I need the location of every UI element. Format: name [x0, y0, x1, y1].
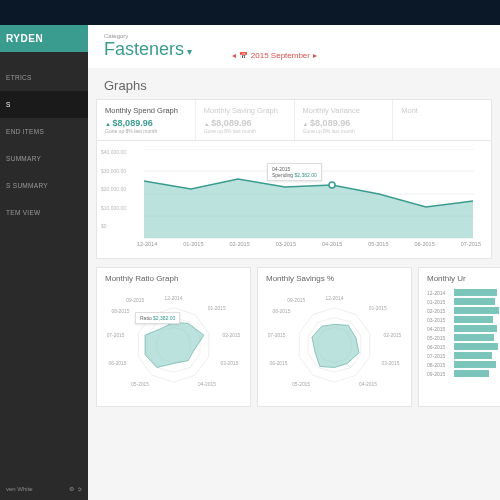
- bar: [454, 370, 489, 377]
- svg-text:09-2015: 09-2015: [287, 298, 305, 303]
- main-chart: $40,000.00 $30,000.00 $20,000.00 $10,000…: [96, 141, 492, 259]
- tab-title: Monthly Saving Graph: [204, 106, 286, 115]
- x-tick: 04-2015: [322, 241, 342, 247]
- tab-more[interactable]: Mont: [393, 100, 491, 140]
- bar-label: 07-2015: [427, 353, 451, 359]
- bar: [454, 334, 494, 341]
- bar-row: 02-2015: [427, 307, 499, 314]
- svg-text:02-2015: 02-2015: [383, 333, 401, 338]
- chart-tooltip: 04-2015 Spending $2,382.00: [267, 163, 322, 181]
- nav-item-summary[interactable]: SUMMARY: [0, 145, 88, 172]
- svg-text:03-2015: 03-2015: [220, 361, 238, 366]
- date-value: 2015 September: [251, 51, 310, 60]
- sidebar: RYDEN ETRICS S END ITEMS SUMMARY S SUMMA…: [0, 25, 88, 500]
- tooltip-value: $2,382.00: [295, 172, 317, 178]
- bar-label: 01-2015: [427, 299, 451, 305]
- nav-item-graphs[interactable]: S: [0, 91, 88, 118]
- bar-row: 05-2015: [427, 334, 499, 341]
- y-tick: $40,000.00: [101, 149, 126, 155]
- tab-saving[interactable]: Monthly Saving Graph $8,089.96 Gone up 8…: [196, 100, 295, 140]
- bar-label: 04-2015: [427, 326, 451, 332]
- bar-label: 05-2015: [427, 335, 451, 341]
- sidebar-footer: ven White ⚙ ➲: [0, 477, 88, 500]
- date-picker[interactable]: 2015 September: [232, 51, 317, 60]
- nav: ETRICS S END ITEMS SUMMARY S SUMMARY TEM…: [0, 52, 88, 477]
- svg-text:01-2015: 01-2015: [369, 306, 387, 311]
- y-tick: $20,000.00: [101, 186, 126, 192]
- tooltip-value: $2,382.00: [153, 315, 175, 321]
- user-name: ven White: [6, 486, 33, 492]
- svg-text:08-2015: 08-2015: [112, 309, 130, 314]
- small-charts: Monthly Ratio Graph 12-2014 01-2015 02-2…: [96, 267, 492, 407]
- tab-title: Monthly Variance: [303, 106, 385, 115]
- x-tick: 03-2015: [276, 241, 296, 247]
- tab-sub: Gone up 8% last month: [204, 128, 286, 134]
- y-axis: $40,000.00 $30,000.00 $20,000.00 $10,000…: [101, 149, 126, 229]
- tab-value: $8,089.96: [303, 118, 385, 128]
- radar-tooltip: Ratio $2,382.00: [135, 312, 180, 324]
- svg-text:06-2015: 06-2015: [270, 361, 288, 366]
- svg-text:06-2015: 06-2015: [109, 361, 127, 366]
- svg-text:04-2015: 04-2015: [198, 382, 216, 387]
- svg-text:05-2015: 05-2015: [131, 382, 149, 387]
- svg-text:04-2015: 04-2015: [359, 382, 377, 387]
- tooltip-label: Spending: [272, 172, 293, 178]
- bar-row: 12-2014: [427, 289, 499, 296]
- svg-text:07-2015: 07-2015: [268, 333, 286, 338]
- tooltip-label: Ratio: [140, 315, 152, 321]
- x-tick: 01-2015: [183, 241, 203, 247]
- bar-row: 04-2015: [427, 325, 499, 332]
- tab-title: Mont: [401, 106, 483, 115]
- bar-label: 02-2015: [427, 308, 451, 314]
- bar-row: 03-2015: [427, 316, 499, 323]
- bar: [454, 352, 492, 359]
- logout-icon[interactable]: ➲: [77, 485, 82, 492]
- svg-text:08-2015: 08-2015: [273, 309, 291, 314]
- x-axis: 12-2014 01-2015 02-2015 03-2015 04-2015 …: [107, 241, 481, 247]
- svg-text:12-2014: 12-2014: [165, 296, 183, 301]
- bar-row: 06-2015: [427, 343, 499, 350]
- card-title: Monthly Savings %: [266, 274, 403, 283]
- y-tick: $30,000.00: [101, 168, 126, 174]
- bar: [454, 325, 497, 332]
- radar-chart-2: 12-2014 01-2015 02-2015 03-2015 04-2015 …: [266, 287, 403, 397]
- radar-chart-1: 12-2014 01-2015 02-2015 03-2015 04-2015 …: [105, 287, 242, 397]
- tab-sub: Gone up 8% last month: [105, 128, 187, 134]
- brand-logo: RYDEN: [0, 25, 88, 52]
- svg-point-5: [329, 182, 335, 188]
- y-tick: $10,000.00: [101, 205, 126, 211]
- bar-label: 08-2015: [427, 362, 451, 368]
- gear-icon[interactable]: ⚙: [69, 485, 74, 492]
- x-tick: 02-2015: [230, 241, 250, 247]
- tab-variance[interactable]: Monthly Variance $8,089.96 Gone up 8% la…: [295, 100, 394, 140]
- bar-label: 03-2015: [427, 317, 451, 323]
- x-tick: 07-2015: [461, 241, 481, 247]
- nav-item-spend[interactable]: END ITEMS: [0, 118, 88, 145]
- x-tick: 05-2015: [368, 241, 388, 247]
- bar-label: 06-2015: [427, 344, 451, 350]
- section-title: Graphs: [88, 68, 500, 99]
- bar-label: 09-2015: [427, 371, 451, 377]
- tab-title: Monthly Spend Graph: [105, 106, 187, 115]
- bar-row: 08-2015: [427, 361, 499, 368]
- nav-item-s-summary[interactable]: S SUMMARY: [0, 172, 88, 199]
- bar: [454, 316, 493, 323]
- main: Category Fasteners 2015 September Graphs…: [88, 25, 500, 500]
- svg-text:07-2015: 07-2015: [107, 333, 125, 338]
- x-tick: 06-2015: [415, 241, 435, 247]
- graph-tabs: Monthly Spend Graph $8,089.96 Gone up 8%…: [96, 99, 492, 141]
- category-value: Fasteners: [104, 39, 192, 60]
- tab-spend[interactable]: Monthly Spend Graph $8,089.96 Gone up 8%…: [97, 100, 196, 140]
- category-select[interactable]: Category Fasteners: [104, 33, 192, 60]
- y-tick: $0: [101, 223, 126, 229]
- nav-item-metrics[interactable]: ETRICS: [0, 64, 88, 91]
- nav-item-item-view[interactable]: TEM VIEW: [0, 199, 88, 226]
- tab-value: $8,089.96: [105, 118, 187, 128]
- x-tick: 12-2014: [137, 241, 157, 247]
- svg-text:03-2015: 03-2015: [381, 361, 399, 366]
- bar: [454, 361, 496, 368]
- bar-row: 07-2015: [427, 352, 499, 359]
- card-title: Monthly Ratio Graph: [105, 274, 242, 283]
- svg-text:09-2015: 09-2015: [126, 298, 144, 303]
- calendar-icon: [239, 51, 248, 60]
